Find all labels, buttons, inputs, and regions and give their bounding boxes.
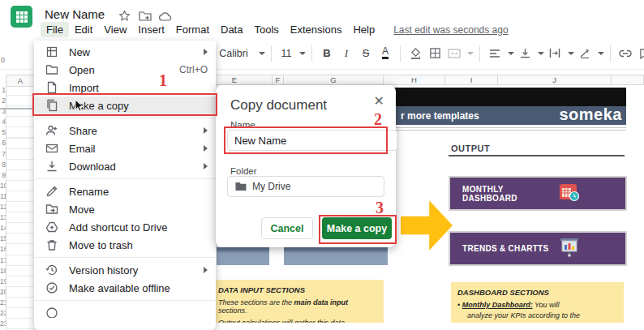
text-wrap-icon[interactable] — [546, 43, 564, 64]
menu-view[interactable]: View — [98, 22, 132, 37]
download-icon — [45, 160, 58, 173]
mouse-cursor-icon — [75, 99, 85, 116]
menu-help[interactable]: Help — [347, 22, 380, 37]
shortcut-label: Ctrl+O — [179, 64, 208, 75]
dashboard-sections-note: DASHBOARD SECTIONS • Monthly Dashboard: … — [451, 282, 624, 323]
submenu-arrow-icon — [204, 145, 208, 152]
fill-color-icon[interactable] — [406, 43, 424, 64]
menu-data[interactable]: Data — [215, 22, 248, 37]
submenu-arrow-icon — [204, 49, 208, 55]
menu-separator — [34, 300, 216, 301]
name-input[interactable] — [227, 130, 397, 151]
dashboard-note-title: DASHBOARD SECTIONS — [457, 288, 617, 297]
italic-icon[interactable]: I — [337, 43, 355, 64]
insert-comment-icon[interactable] — [636, 43, 644, 64]
column-header-g[interactable]: G — [283, 75, 384, 85]
menu-separator — [34, 257, 216, 258]
banner-rule-bottom — [393, 130, 626, 131]
font-family-select[interactable]: Calibri — [213, 43, 255, 64]
version-history-icon — [45, 264, 58, 276]
menu-format[interactable]: Format — [170, 22, 215, 37]
menu-item-email[interactable]: Email — [34, 139, 216, 157]
menu-item-new[interactable]: New — [34, 43, 216, 61]
menu-bar: File Edit View Insert Format Data Tools … — [41, 22, 509, 37]
font-size-caret-icon[interactable] — [299, 52, 306, 55]
menu-item-offline[interactable]: Make available offline — [34, 279, 216, 297]
text-rotation-icon[interactable] — [576, 43, 594, 64]
strikethrough-icon[interactable]: S — [357, 43, 375, 64]
column-header-h[interactable]: H — [383, 75, 445, 85]
make-a-copy-button[interactable]: Make a copy — [322, 217, 392, 239]
menu-item-open[interactable]: OpenCtrl+O — [34, 61, 216, 79]
template-banner: r more templates someka — [393, 106, 626, 125]
move-folder-icon — [45, 203, 58, 216]
data-input-note-line2: Output calculations will gather this dat… — [218, 319, 377, 323]
banner-promo-text: r more templates — [401, 110, 479, 122]
close-icon[interactable]: ✕ — [374, 95, 384, 108]
star-icon[interactable] — [118, 10, 131, 23]
font-size-select[interactable]: 11 — [277, 43, 295, 64]
insert-link-icon[interactable] — [616, 43, 634, 64]
document-title[interactable]: New Name — [45, 7, 105, 21]
column-header-j[interactable]: J — [497, 75, 612, 85]
dashboard-note-bullet: • Monthly Dashboard: You will — [457, 301, 617, 309]
menu-insert[interactable]: Insert — [132, 22, 170, 37]
menu-extensions[interactable]: Extensions — [285, 22, 348, 37]
banner-rule-top — [393, 127, 626, 128]
vertical-align-icon[interactable] — [516, 43, 534, 64]
menu-item-import[interactable]: Import — [34, 79, 216, 96]
menu-item-make-a-copy[interactable]: Make a copy — [34, 96, 216, 114]
column-header-f[interactable]: F — [272, 75, 284, 85]
column-header-blank[interactable] — [611, 75, 644, 85]
menu-tools[interactable]: Tools — [248, 22, 284, 37]
name-box-fragment: 0 — [1, 56, 5, 64]
monthly-dashboard-label: MONTHLY DASHBOARD — [462, 185, 558, 203]
data-input-note: DATA INPUT SECTIONS These sections are t… — [212, 280, 384, 323]
borders-icon[interactable] — [426, 43, 444, 64]
text-wrap-caret-icon[interactable] — [568, 52, 574, 55]
text-color-icon[interactable]: A — [382, 47, 389, 59]
menu-separator — [34, 178, 216, 179]
name-field-label: Name — [230, 120, 255, 130]
copy-icon — [45, 99, 58, 112]
info-circle-icon — [45, 305, 58, 318]
monthly-dashboard-button[interactable]: MONTHLY DASHBOARD — [449, 176, 627, 211]
folder-icon — [235, 182, 247, 191]
horizontal-align-caret-icon[interactable] — [508, 52, 514, 55]
rename-pencil-icon — [45, 185, 58, 198]
bold-icon[interactable]: B — [318, 43, 336, 64]
font-family-caret-icon[interactable] — [259, 52, 265, 55]
merge-cells-icon[interactable] — [445, 43, 463, 64]
input-section-bar-right[interactable] — [284, 247, 388, 265]
text-rotation-caret-icon[interactable] — [598, 52, 604, 55]
annotation-step1-number: 1 — [159, 71, 167, 90]
menu-item-move[interactable]: Move — [34, 200, 216, 218]
menu-item-add-shortcut[interactable]: Add shortcut to Drive — [34, 218, 216, 236]
menu-item-download[interactable]: Download — [34, 157, 216, 175]
data-input-note-title: DATA INPUT SECTIONS — [218, 285, 377, 294]
google-sheets-window: New Name File Edit View Insert Format Da… — [0, 0, 644, 330]
input-section-bar-left[interactable] — [217, 247, 269, 265]
last-edit-link[interactable]: Last edit was seconds ago — [393, 24, 508, 36]
menu-item-rename[interactable]: Rename — [34, 182, 216, 200]
merge-cells-caret-icon[interactable] — [467, 52, 474, 55]
folder-select[interactable]: My Drive — [227, 176, 384, 197]
menu-edit[interactable]: Edit — [69, 22, 98, 37]
column-header-a[interactable]: A — [6, 75, 35, 87]
menu-item-share[interactable]: Share — [34, 122, 216, 139]
cancel-button[interactable]: Cancel — [261, 217, 313, 239]
horizontal-align-icon[interactable] — [486, 43, 504, 64]
menu-item-move-to-trash[interactable]: Move to trash — [34, 236, 216, 254]
annotation-step3-number: 3 — [376, 199, 384, 217]
sheet-grid-left[interactable] — [6, 85, 35, 330]
menu-item-partial[interactable] — [34, 304, 216, 319]
copy-document-dialog: Copy document ✕ Name Folder My Drive Can… — [216, 85, 396, 247]
open-folder-icon — [45, 63, 58, 76]
vertical-align-caret-icon[interactable] — [538, 52, 544, 55]
row-numbers: 1 2 3 4 5 6 7 8 9 10 11 12 13 14 15 16 1… — [0, 85, 6, 330]
dashboard-note-line2: analyze your KPIs according to the — [467, 311, 617, 319]
menu-file[interactable]: File — [41, 22, 69, 37]
trends-charts-button[interactable]: TRENDS & CHARTTS — [449, 231, 627, 266]
menu-item-version-history[interactable]: Version history — [34, 261, 216, 279]
column-header-i[interactable]: I — [444, 75, 498, 85]
